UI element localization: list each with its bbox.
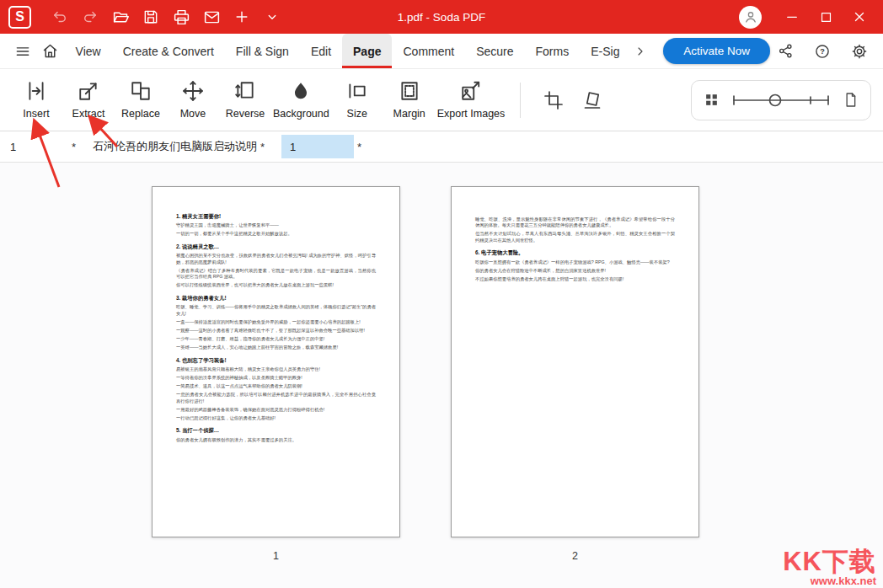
doc-tab-3[interactable]: 1 * — [273, 131, 370, 162]
deskew-button[interactable] — [573, 81, 612, 120]
toolbar-item-export-images[interactable]: Export Images — [436, 80, 507, 120]
size-icon — [346, 80, 368, 102]
folder-open-icon — [112, 8, 130, 26]
redo-button[interactable] — [75, 4, 105, 29]
doc-paragraph: 一切的一切，都要从某个手中这把精灵之歌开始解放说起。 — [176, 231, 376, 238]
toolbar-item-label: Move — [180, 108, 206, 120]
print-button[interactable] — [166, 4, 196, 29]
margin-icon — [399, 80, 420, 102]
close-icon — [852, 9, 867, 24]
redo-icon — [82, 8, 99, 25]
doc-paragraph: 你的勇者女儿拥有极致创作的潜力，其实不需要过多的关注。 — [176, 437, 376, 444]
deskew-icon — [582, 90, 602, 110]
menubar: View Create & Convert Fill & Sign Edit P… — [0, 34, 883, 69]
user-avatar[interactable] — [739, 6, 762, 29]
toolbar-item-label: Size — [347, 108, 367, 120]
toolbar-item-label: Reverse — [226, 108, 265, 120]
activate-now-button[interactable]: Activate Now — [663, 38, 770, 64]
person-icon — [743, 9, 758, 24]
grid-view-button[interactable] — [704, 92, 720, 108]
open-file-button[interactable] — [105, 4, 136, 29]
site-watermark: KK下载 www.kkx.net — [783, 548, 876, 587]
plus-icon — [233, 8, 250, 25]
crop-icon — [543, 90, 564, 110]
menu-tabs-overflow-button[interactable] — [630, 34, 650, 68]
help-button[interactable]: ? — [807, 43, 838, 60]
toolbar-item-size[interactable]: Size — [331, 80, 383, 120]
minimize-icon — [784, 9, 800, 24]
email-button[interactable] — [196, 4, 227, 29]
background-icon — [290, 80, 312, 102]
doc-paragraph: 吃饭、睡觉、学习、训练——你将用手中的精灵之歌养成拯救人间的英雄，体魄你们选记"… — [176, 304, 376, 317]
doc-heading: 6. 电子宠物大冒险。 — [475, 249, 675, 257]
doc-paragraph: 你可以打怪练级统装西世界，也可以把养大的勇者女儿放在桌面上游玩一些蛋糕! — [176, 282, 376, 289]
move-icon — [182, 80, 204, 102]
menu-tab-create-convert[interactable]: Create & Convert — [112, 34, 225, 68]
page-thumbnail-2[interactable]: 睡觉、吃饭、洗澡，显示魅性身影随在非常休闲的节奏下进行，《勇者养成记》希望带给你… — [451, 186, 699, 537]
toolbar-item-insert[interactable]: Insert — [10, 80, 62, 120]
printer-icon — [173, 8, 190, 26]
zoom-slider[interactable] — [730, 88, 832, 112]
crop-button[interactable] — [534, 81, 573, 120]
toolbar-item-extract[interactable]: Extract — [62, 80, 115, 120]
menu-tab-secure[interactable]: Secure — [465, 34, 524, 68]
save-button[interactable] — [136, 4, 166, 29]
toolbar-item-margin[interactable]: Margin — [383, 80, 436, 120]
more-actions-button[interactable] — [257, 4, 287, 29]
settings-button[interactable] — [844, 43, 875, 60]
doc-heading: 3. 栽培你的勇者女儿! — [176, 295, 376, 302]
undo-button[interactable] — [45, 4, 75, 29]
toolbar-item-label: Extract — [72, 108, 105, 120]
doc-heading: 5. 当打一个侦探… — [176, 427, 376, 435]
titlebar: S — [0, 0, 883, 34]
reverse-icon — [234, 80, 256, 102]
toolbar-item-label: Insert — [23, 108, 49, 120]
menu-tab-esign[interactable]: E-Sig — [580, 34, 630, 68]
doc-paragraph: 不过如果你想要培养的勇者女儿跨在桌面上狩猎一起游玩，也完全没有问题! — [475, 276, 675, 283]
maximize-button[interactable] — [811, 4, 841, 29]
soda-pdf-window: S — [0, 0, 883, 588]
toolbar-item-label: Export Images — [437, 108, 506, 120]
zoom-slider-track — [730, 88, 832, 112]
menu-tab-view[interactable]: View — [65, 34, 112, 68]
page-number-2: 2 — [451, 550, 699, 562]
watermark-brand: KK下载 — [783, 548, 876, 576]
toolbar-divider — [520, 83, 521, 118]
close-button[interactable] — [844, 4, 875, 29]
new-tab-button[interactable] — [227, 4, 257, 29]
doc-paragraph: 你的勇者女儿会在狩猎险途中不断成长，想的合消家里送机救世界! — [475, 268, 675, 275]
home-button[interactable] — [36, 34, 64, 68]
main-menu-button[interactable] — [8, 34, 36, 68]
menu-tab-edit[interactable]: Edit — [300, 34, 342, 68]
minimize-button[interactable] — [777, 4, 807, 29]
toolbar-item-replace[interactable]: Replace — [115, 80, 167, 120]
doc-paragraph: 易被银王的扇基风骨只顾着称大陆，精灵女王亲命你但人员英勇力的守住! — [176, 366, 376, 373]
watermark-url: www.kkx.net — [783, 575, 876, 587]
menu-tab-fill-sign[interactable]: Fill & Sign — [225, 34, 300, 68]
share-button[interactable] — [770, 43, 800, 59]
toolbar-item-move[interactable]: Move — [167, 80, 219, 120]
single-page-view-button[interactable] — [843, 92, 859, 108]
doc-paragraph: 一用最好的武器藤棒各备装装饰，确保她在面对恶灵恶力打得粉碎得行机会! — [176, 407, 376, 414]
menu-tab-forms[interactable]: Forms — [525, 34, 581, 68]
menu-tab-comment[interactable]: Comment — [392, 34, 465, 68]
toolbar-item-background[interactable]: Background — [271, 80, 331, 120]
modified-indicator: * — [357, 141, 361, 153]
doc-tab-1[interactable]: 1 * — [0, 131, 84, 162]
svg-text:?: ? — [820, 47, 825, 56]
page-thumbnail-1[interactable]: 1. 精灵女王需要你!守护精灵王国，击退魔械骑士，让世界恢复和平——一切的一切，… — [152, 186, 400, 537]
doc-paragraph: 睡觉、吃饭、洗澡，显示魅性身影随在非常休闲的节奏下进行，《勇者养成记》希望带给你… — [475, 216, 675, 229]
doc-tab-2[interactable]: 石河伦吾的朋友们电脑版启动说明 * — [84, 131, 273, 162]
modified-indicator: * — [260, 141, 265, 153]
help-icon: ? — [814, 43, 831, 60]
window-title: 1.pdf - Soda PDF — [398, 11, 485, 24]
toolbar-item-label: Background — [273, 108, 329, 120]
app-logo[interactable]: S — [8, 6, 31, 29]
doc-heading: 1. 精灵女王需要你! — [176, 213, 376, 221]
menu-tab-page[interactable]: Page — [342, 34, 392, 68]
doc-paragraph: 一查——保持适度适宜的同时也要保护她免受外界的威胁，一起你还需要小心培养的起踏板… — [176, 319, 376, 326]
toolbar-item-reverse[interactable]: Reverse — [219, 80, 271, 120]
doc-paragraph: 一您的勇者女儿会被能力选院，所以培可以额付进并机选长进中的最获骑乘入，完全不用担… — [176, 392, 376, 404]
share-icon — [778, 43, 794, 59]
chevron-down-icon — [265, 9, 280, 24]
